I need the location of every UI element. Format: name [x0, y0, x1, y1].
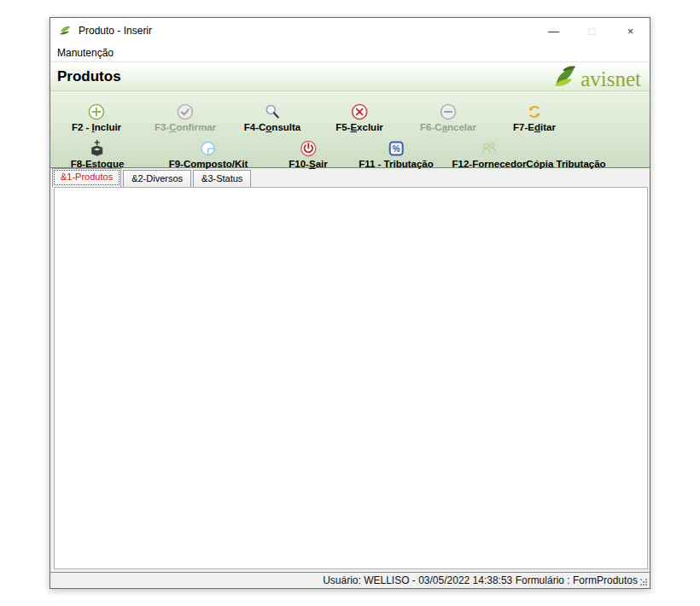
- f7-editar-button[interactable]: F7-Editar: [513, 96, 556, 132]
- plus-circle-icon: [87, 101, 106, 121]
- toolbar-button-label: F2 - Incluir: [72, 122, 121, 132]
- check-circle-icon: [176, 101, 195, 121]
- power-icon: [299, 137, 318, 158]
- f4-consulta-button[interactable]: F4-Consulta: [244, 96, 300, 132]
- tab-status[interactable]: &3-Status: [193, 170, 251, 187]
- brand-text: avisnet: [580, 70, 641, 89]
- page-title: Produtos: [57, 68, 121, 85]
- search-icon: [263, 101, 282, 121]
- resize-grip[interactable]: [640, 579, 648, 586]
- delete-x-circle-icon: [350, 101, 369, 121]
- toolbar-button-label: F3-Confirmar: [155, 122, 216, 132]
- tab-produtos[interactable]: &1-Produtos: [52, 168, 121, 187]
- brand-logo: avisnet: [551, 65, 641, 89]
- maximize-button: □: [573, 18, 611, 44]
- suppliers-icon: [480, 137, 499, 158]
- status-text: Usuário: WELLISO - 03/05/2022 14:38:53 F…: [323, 574, 638, 586]
- title-bar: Produto - Inserir — □ ×: [50, 18, 650, 44]
- app-window: Produto - Inserir — □ × Manutenção Produ…: [50, 17, 650, 589]
- tab-diversos[interactable]: &2-Diversos: [123, 170, 191, 187]
- page-header: Produtos avisnet: [50, 62, 650, 91]
- toolbar-button-label: F4-Consulta: [244, 122, 300, 132]
- toolbar-button-label: F6-Cancelar: [420, 122, 476, 132]
- svg-text:%: %: [393, 144, 400, 154]
- close-button[interactable]: ×: [611, 18, 650, 44]
- minimize-button[interactable]: —: [534, 18, 573, 44]
- form-panel: [54, 187, 648, 569]
- toolbar-button-label: F5-Excluir: [335, 122, 383, 132]
- minus-circle-icon: [439, 101, 458, 121]
- copia-tributacao-button[interactable]: Cópia Tributação: [526, 133, 605, 169]
- tab-strip: &1-Produtos &2-Diversos &3-Status: [52, 168, 650, 187]
- f11-tributacao-button[interactable]: % F11 - Tributação: [359, 133, 434, 169]
- menu-item-manutencao[interactable]: Manutenção: [57, 47, 114, 59]
- toolbar-button-label: F7-Editar: [513, 122, 556, 132]
- avisnet-leaf-icon: [551, 65, 579, 89]
- status-bar: Usuário: WELLISO - 03/05/2022 14:38:53 F…: [50, 572, 650, 588]
- window-title: Produto - Inserir: [79, 25, 152, 37]
- f8-estoque-button[interactable]: F8-Estoque: [71, 133, 125, 169]
- stock-box-icon: [88, 137, 107, 158]
- f3-confirmar-button: F3-Confirmar: [155, 96, 216, 132]
- f5-excluir-button[interactable]: F5-Excluir: [335, 96, 383, 132]
- refresh-circle-icon: [525, 101, 544, 121]
- f9-composto-kit-button[interactable]: F9-Composto/Kit: [169, 133, 248, 169]
- f6-cancelar-button: F6-Cancelar: [420, 96, 476, 132]
- menu-bar: Manutenção: [50, 44, 650, 62]
- f10-sair-button[interactable]: F10-Sair: [289, 133, 327, 169]
- f12-fornecedor-button[interactable]: F12-Fornecedor: [452, 133, 527, 169]
- toolbar: F2 - Incluir F3-Confirmar F4-Consulta F5…: [50, 91, 650, 168]
- percent-badge-icon: %: [387, 137, 405, 158]
- app-logo-icon: [58, 24, 72, 38]
- pie-chart-icon: [199, 137, 218, 158]
- f2-incluir-button[interactable]: F2 - Incluir: [72, 96, 121, 132]
